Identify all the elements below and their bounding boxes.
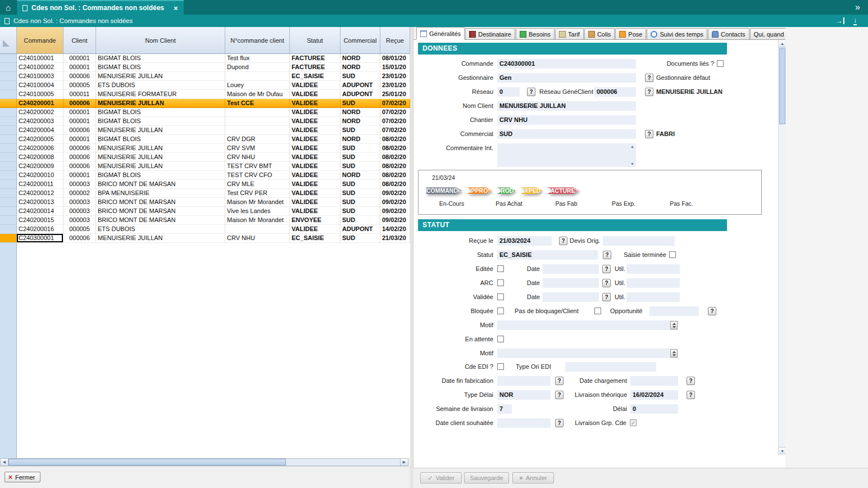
row-selector[interactable] (0, 117, 17, 126)
cell-client[interactable]: 000001 (63, 108, 96, 117)
cell-client[interactable]: 000001 (63, 171, 96, 180)
cell-statut[interactable]: VALIDEE (290, 180, 340, 189)
cell-recue[interactable]: 07/02/20 (380, 108, 410, 117)
cell-client[interactable]: 000001 (63, 54, 96, 63)
table-row[interactable]: C240200003000001BIGMAT BLOISVALIDEENORD0… (0, 117, 410, 126)
cell-num-commande-client[interactable] (225, 108, 290, 117)
cell-client[interactable]: 000005 (63, 81, 96, 90)
tab-besoins[interactable]: Besoins (516, 28, 555, 39)
cell-client[interactable]: 000006 (63, 153, 96, 162)
cell-commande[interactable]: C240100005 (17, 90, 63, 99)
cell-num-commande-client[interactable]: Louey (225, 81, 290, 90)
table-row[interactable]: C240200004000006MENUISERIE JUILLANVALIDE… (0, 126, 410, 135)
cell-nom-client[interactable]: BRICO MONT DE MARSAN (96, 207, 225, 216)
livraison-theorique-help-button[interactable]: ? (687, 391, 695, 399)
cell-commercial[interactable]: NORD (340, 108, 380, 117)
tab-overflow-button[interactable]: » (847, 0, 868, 15)
cell-recue[interactable]: 08/02/20 (380, 153, 410, 162)
column-header-commercial[interactable]: Commercial (340, 27, 380, 53)
cell-recue[interactable]: 09/02/20 (380, 207, 410, 216)
table-row[interactable]: C240200008000006MENUISERIE JUILLANCRV NH… (0, 153, 410, 162)
table-row[interactable]: C240200012000002BPA MENUISERIETest CRV P… (0, 189, 410, 198)
row-selector[interactable] (0, 108, 17, 117)
validee-date-field[interactable] (543, 292, 599, 302)
cell-commercial[interactable]: ADUPONT (340, 225, 380, 234)
cell-nom-client[interactable]: ETS DUBOIS (96, 81, 225, 90)
row-selector[interactable] (0, 198, 17, 207)
type-delai-help-button[interactable]: ? (555, 391, 563, 399)
cell-statut[interactable]: VALIDEE (290, 117, 340, 126)
cell-commande[interactable]: C240200002 (17, 108, 63, 117)
cell-client[interactable]: 000003 (63, 198, 96, 207)
cell-commande[interactable]: C240200013 (17, 198, 63, 207)
cell-statut[interactable]: VALIDEE (290, 99, 340, 108)
cell-statut[interactable]: FACTUREE (290, 54, 340, 63)
opportunite-field[interactable] (649, 306, 699, 316)
cell-recue[interactable]: 23/01/20 (380, 81, 410, 90)
cell-commande[interactable]: C240200004 (17, 126, 63, 135)
reseau-field[interactable]: 0 (497, 87, 520, 97)
commentaire-textarea[interactable]: ▲ ▼ (497, 143, 636, 167)
motif2-dropdown[interactable] (497, 349, 678, 358)
cell-num-commande-client[interactable]: Vive les Landes (225, 207, 290, 216)
cell-recue[interactable]: 09/02/20 (380, 189, 410, 198)
arc-util-field[interactable] (626, 278, 680, 288)
cell-commercial[interactable]: NORD (340, 54, 380, 63)
cell-client[interactable]: 000002 (63, 189, 96, 198)
cell-commercial[interactable]: SUD (340, 72, 380, 81)
cell-nom-client[interactable]: BRICO MONT DE MARSAN (96, 198, 225, 207)
cell-recue[interactable]: 09/02/20 (380, 216, 410, 225)
opportunite-help-button[interactable]: ? (708, 307, 716, 315)
cell-statut[interactable]: VALIDEE (290, 162, 340, 171)
cell-num-commande-client[interactable]: Test CCE (225, 99, 290, 108)
cell-commercial[interactable]: SUD (340, 153, 380, 162)
table-row[interactable]: C240200009000006MENUISERIE JUILLANTEST C… (0, 162, 410, 171)
devis-orig-field[interactable] (603, 236, 675, 246)
cell-nom-client[interactable]: MENUISERIE JUILLAN (96, 99, 225, 108)
cell-commande[interactable]: C240200010 (17, 171, 63, 180)
row-selector[interactable] (0, 126, 17, 135)
cell-client[interactable]: 000001 (63, 117, 96, 126)
commande-field[interactable]: C240300001 (497, 59, 636, 69)
cell-commercial[interactable]: SUD (340, 144, 380, 153)
cell-statut[interactable]: VALIDEE (290, 225, 340, 234)
cell-commercial[interactable]: SUD (340, 189, 380, 198)
gestionnaire-field[interactable]: Gen (497, 73, 636, 83)
row-selector[interactable] (0, 171, 17, 180)
horizontal-scrollbar[interactable]: ◀ ▶ (0, 458, 408, 466)
cell-statut[interactable]: FACTUREE (290, 63, 340, 72)
row-selector[interactable] (0, 162, 17, 171)
row-selector[interactable] (0, 216, 17, 225)
column-header-num-commande-client[interactable]: N°commande client (225, 27, 290, 53)
tab-suivi-des-temps[interactable]: Suivi des temps (647, 28, 707, 39)
tab-generalites[interactable]: Généralités (416, 27, 465, 39)
cell-commande[interactable]: C240200015 (17, 216, 63, 225)
documents-lies-checkbox[interactable] (717, 60, 724, 67)
recue-le-help-button[interactable]: ? (559, 237, 567, 245)
statut-field[interactable]: EC_SAISIE (497, 250, 598, 260)
sauvegarde-button[interactable]: Sauvegarde (464, 472, 509, 484)
annuler-button[interactable]: × Annuler (512, 472, 554, 484)
cell-nom-client[interactable]: MENUISERIE JUILLAN (96, 72, 225, 81)
cell-nom-client[interactable]: MENUISERIE JUILLAN (96, 153, 225, 162)
row-selector[interactable] (0, 153, 17, 162)
cell-nom-client[interactable]: ETS DUBOIS (96, 225, 225, 234)
cell-commande[interactable]: C240200006 (17, 144, 63, 153)
cell-nom-client[interactable]: MENUISERIE JUILLAN (96, 162, 225, 171)
cell-recue[interactable]: 07/02/20 (380, 126, 410, 135)
row-selector[interactable] (0, 99, 17, 108)
cell-nom-client[interactable]: BIGMAT BLOIS (96, 54, 225, 63)
cell-num-commande-client[interactable]: Dupond (225, 63, 290, 72)
table-row[interactable]: C240200011000003BRICO MONT DE MARSANCRV … (0, 180, 410, 189)
cell-client[interactable]: 000006 (63, 99, 96, 108)
commercial-help-button[interactable]: ? (645, 130, 653, 138)
table-row[interactable]: C240200013000003BRICO MONT DE MARSANMais… (0, 198, 410, 207)
cell-num-commande-client[interactable]: CRV DGR (225, 135, 290, 144)
type-ori-edi-field[interactable] (565, 362, 656, 372)
horizontal-scrollbar-thumb[interactable] (8, 459, 286, 466)
table-row[interactable]: C240200015000003BRICO MONT DE MARSANMais… (0, 216, 410, 225)
cell-statut[interactable]: VALIDEE (290, 90, 340, 99)
cell-client[interactable]: 000006 (63, 162, 96, 171)
cell-commande[interactable]: C240100004 (17, 81, 63, 90)
cell-commande[interactable]: C240200014 (17, 207, 63, 216)
